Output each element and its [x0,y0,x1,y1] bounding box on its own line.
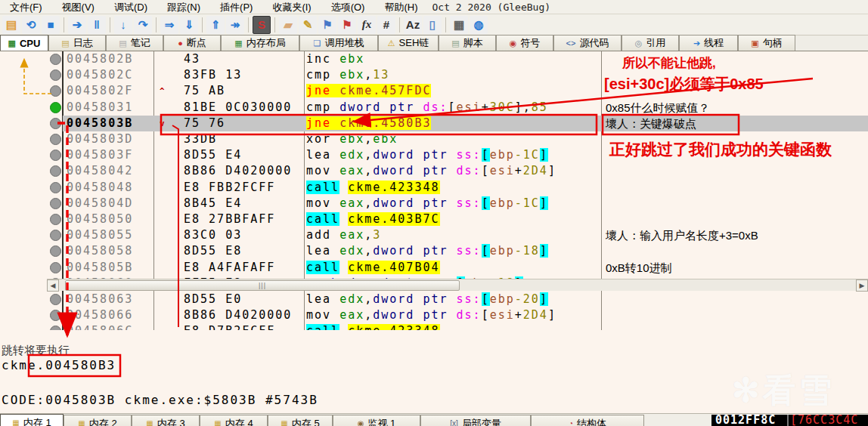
instruction-cell: cmp ebx,13 [306,67,389,83]
tab-内存布局[interactable]: ▦内存布局 [221,35,299,51]
execute-till-return-button[interactable]: ⇑ [206,16,225,34]
stack-peek-row[interactable]: 0012FF8C [76CC3C4C [711,415,868,426]
menu-item-d[interactable]: 调试(D) [104,0,157,14]
instruction-cell: call ckme.423348 [306,180,440,196]
bytes-cell: E8 D7B2FCFF [184,323,275,330]
disasm-row[interactable]: 004580668B86 D4020000mov eax,dword ptr d… [0,307,868,323]
x32dbg-window: 文件(F)视图(V)调试(D)跟踪(N)插件(P)收藏夹(I)选项(O)帮助(H… [0,0,868,426]
step-over-button[interactable]: ↷ [134,16,152,34]
disasm-row[interactable]: 0045805583C0 03add eax,3壞人：输入用户名长度+3=0xB [0,227,868,243]
instruction-cell: jne ckme.4580B3 [306,116,431,131]
pause-button[interactable]: ‖ [88,16,106,34]
disasm-row[interactable]: 00458050E8 27BBFAFFcall ckme.403B7C [0,211,868,227]
token-ptr: dword ptr [373,196,456,210]
horizontal-scrollbar[interactable]: ◀ ||| ▶ [47,279,868,291]
tab-源代码[interactable]: <>源代码 [553,35,622,51]
dump-tab-局部变量[interactable]: [x]局部变量 [420,415,531,426]
tab-引用[interactable]: ◎引用 [622,35,679,51]
scroll-left-icon[interactable]: ◀ [47,279,59,292]
comment-button[interactable]: ✎ [299,16,317,34]
threads-icon: ➔ [693,39,700,48]
disasm-row[interactable]: 004580638D55 E0lea edx,dword ptr ss:[ebp… [0,292,868,307]
scroll-right-icon[interactable]: ▶ [856,279,868,292]
menu-item-h[interactable]: 帮助(H) [374,0,427,14]
dump-tab-内存3[interactable]: ▦内存 3 [132,415,200,426]
disasm-row[interactable]: 004580428B86 D4020000mov eax,dword ptr d… [0,163,868,179]
globe-button[interactable]: ◍ [470,16,488,34]
disasm-row[interactable]: 0045805BE8 A4FAFAFFcall ckme.407B040xB转1… [0,260,868,276]
menu-item-o[interactable]: 选项(O) [321,0,375,14]
phone-button[interactable]: ▯ [423,16,442,34]
restart-button[interactable]: ⟲ [22,16,40,34]
disasm-row[interactable]: 0045802B43inc ebx [0,51,868,67]
disasm-row[interactable]: 004580588D55 E8lea edx,dword ptr ss:[ebp… [0,243,868,259]
tab-笔记[interactable]: ▤笔记 [106,35,163,51]
menu-item-i[interactable]: 收藏夹(I) [262,0,321,14]
dump-tab-内存2[interactable]: ▦内存 2 [64,415,132,426]
menu-item-v[interactable]: 视图(V) [52,0,104,14]
dump-tab-监视1[interactable]: ◉监视 1 [333,415,420,426]
token-mn: cmp [306,68,339,82]
bytes-cell: 8D55 E8 [184,243,242,259]
row-dot-icon [50,69,61,81]
dump-tab-结构体[interactable]: ◔结构体 [531,415,644,426]
tab-cpu[interactable]: ▦CPU [0,35,48,51]
token-reg: eax [339,196,364,210]
menu-item-f[interactable]: 文件(F) [0,0,52,14]
dump-tab-内存4[interactable]: ▦内存 4 [200,415,268,426]
row-dot-icon [50,165,61,177]
token-pn: , [364,244,373,258]
row-dot-icon [50,294,61,305]
stop-button[interactable]: ■ [42,16,60,34]
patch-button[interactable]: ▰ [279,16,297,34]
instruction-cell: cmp dword ptr ds:[esi+30C],85 [306,100,548,116]
dump-tab-内存1[interactable]: ▦内存 1 [0,414,64,426]
menu-item-n[interactable]: 跟踪(N) [157,0,210,14]
tab-符号[interactable]: ◉符号 [496,35,553,51]
token-mem: esi [490,164,515,178]
tab-seh链[interactable]: ⚠SEH链 [378,35,439,51]
run-button[interactable]: ➔ [68,16,86,34]
tab-线程[interactable]: ➔线程 [679,35,738,51]
disasm-row[interactable]: 0045803Bv75 76jne ckme.4580B3壞人：关键爆破点 [0,116,868,131]
case-button[interactable]: Az [404,16,422,34]
run-to-cursor-icon: ⇒ [165,19,175,30]
hash-button[interactable]: # [377,16,395,34]
token-ctgt: ckme.423348 [348,181,439,194]
step-out-button[interactable]: ⇓ [180,16,198,34]
bytes-cell: 75 76 [184,116,225,131]
tab-调用堆栈[interactable]: ❏调用堆栈 [299,35,378,51]
disasm-row[interactable]: 0045804D8B45 E4mov eax,dword ptr ss:[ebp… [0,196,868,211]
disasm-row[interactable]: 0045803181BE 0C030000cmp dword ptr ds:[e… [0,100,868,116]
calculator-button[interactable]: ▦ [450,16,468,34]
hash-icon: # [383,19,389,30]
system-breakpoint-button[interactable]: S [253,16,271,34]
address-cell: 0045805B [67,260,133,276]
dump-tab-内存5[interactable]: ▦内存 5 [268,415,333,426]
open-file-button[interactable]: ▤ [2,16,20,34]
tab-句柄[interactable]: ▣句柄 [738,35,795,51]
token-mem: ebp [490,292,515,306]
bytes-cell: 75 AB [184,83,225,99]
tab-日志[interactable]: ▤日志 [48,35,106,51]
function-button[interactable]: fx [358,16,376,34]
bookmark-button[interactable]: ⚑ [338,16,356,34]
menu-item-p[interactable]: 插件(P) [210,0,262,14]
run-to-user-code-button[interactable]: ↠ [226,16,244,34]
references-icon: ◎ [635,39,643,48]
token-mn: mov [306,308,339,322]
run-to-cursor-button[interactable]: ⇒ [160,16,178,34]
scrollbar-thumb[interactable]: ||| [65,280,460,291]
tab-脚本[interactable]: ▤脚本 [439,35,496,51]
token-num: 2D4 [523,164,548,178]
disasm-row[interactable]: 0045806CE8 D7B2FCFFcall ckme.423348 [0,323,868,330]
step-into-button[interactable]: ↓ [114,16,132,34]
token-ptr: dword ptr [373,244,456,258]
status-address-line: CODE:0045803B ckme.exe:$5803B #5743B [2,393,318,407]
label-button[interactable]: ⚑ [318,16,336,34]
disasm-row[interactable]: 00458048E8 FBB2FCFFcall ckme.423348 [0,180,868,196]
instruction-cell: lea edx,dword ptr ss:[ebp-1C] [306,147,548,163]
row-dot-icon [50,326,61,330]
tab-断点[interactable]: ●断点 [163,35,221,51]
token-pn: , [523,100,532,114]
